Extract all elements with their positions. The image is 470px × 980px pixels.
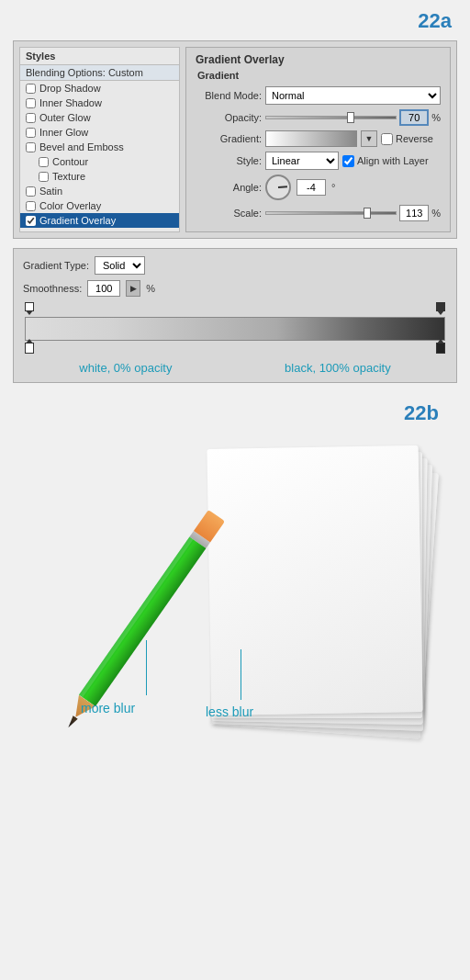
gradient-bar-preview[interactable] [265, 130, 357, 147]
gradient-settings: Gradient Overlay Gradient Blend Mode: No… [185, 47, 451, 232]
outer-glow-checkbox[interactable] [26, 113, 36, 123]
opacity-slider-wrap: % [265, 109, 441, 126]
style-item-inner-glow[interactable]: Inner Glow [20, 125, 179, 140]
ge-stop-top-right[interactable] [436, 302, 445, 315]
style-control: Linear Align with Layer [265, 152, 441, 170]
blend-mode-select[interactable]: Normal [265, 86, 441, 105]
drop-shadow-checkbox[interactable] [26, 84, 36, 94]
style-item-outer-glow[interactable]: Outer Glow [20, 110, 179, 125]
style-item-inner-shadow[interactable]: Inner Shadow [20, 96, 179, 110]
less-blur-label: less blur [206, 704, 253, 719]
scale-slider[interactable] [265, 211, 397, 215]
ge-label-left: white, 0% opacity [79, 361, 172, 375]
opacity-label: Opacity: [196, 112, 262, 123]
angle-label: Angle: [196, 182, 262, 193]
pencil-tip [65, 715, 79, 729]
gradient-row: Gradient: ▼ Reverse [196, 130, 441, 147]
gs-title: Gradient Overlay [196, 53, 441, 66]
section-label-22b: 22b [13, 392, 457, 429]
more-blur-label: more blur [81, 701, 135, 715]
angle-input[interactable] [297, 179, 326, 196]
ge-stop-top-left-marker [25, 302, 34, 311]
paper-page-main [207, 445, 422, 715]
style-item-texture[interactable]: Texture [20, 169, 179, 184]
angle-dial-line [278, 186, 287, 188]
ge-stops-bottom [23, 341, 447, 355]
style-item-satin[interactable]: Satin [20, 184, 179, 198]
ge-stop-bottom-right[interactable] [436, 343, 445, 354]
contour-checkbox[interactable] [39, 157, 49, 167]
angle-control: ° [265, 175, 441, 200]
scale-slider-thumb [364, 208, 371, 219]
ge-smoothness-unit: % [146, 283, 155, 294]
ge-type-select[interactable]: Solid [95, 256, 145, 275]
opacity-percent: % [431, 112, 441, 123]
style-item-drop-shadow[interactable]: Drop Shadow [20, 81, 179, 96]
angle-dial[interactable] [265, 175, 291, 200]
ge-stops-top [23, 302, 447, 317]
more-blur-line [146, 640, 147, 695]
satin-checkbox[interactable] [26, 186, 36, 197]
style-row: Style: Linear Align with Layer [196, 152, 441, 170]
blend-mode-control: Normal [265, 86, 441, 105]
reverse-label: Reverse [381, 133, 433, 145]
gradient-control: ▼ Reverse [265, 130, 441, 147]
less-blur-line [241, 649, 241, 700]
align-checkbox[interactable] [342, 155, 354, 167]
gradient-overlay-checkbox[interactable] [26, 216, 36, 226]
style-item-contour[interactable]: Contour [20, 154, 179, 169]
style-select[interactable]: Linear [265, 152, 339, 170]
scale-slider-wrap: % [265, 205, 441, 221]
paper-stack [209, 447, 430, 732]
bevel-emboss-checkbox[interactable] [26, 142, 36, 152]
section-22b: 22b more blur less blur [13, 392, 457, 787]
ge-stop-bottom-left[interactable] [25, 343, 34, 354]
ge-gradient-bar-main[interactable] [25, 317, 445, 341]
angle-degree: ° [331, 182, 335, 193]
ge-smoothness-arrow[interactable]: ▶ [126, 280, 140, 297]
inner-shadow-checkbox[interactable] [26, 98, 36, 108]
ge-smoothness-input[interactable] [87, 280, 120, 297]
scale-row: Scale: % [196, 205, 441, 221]
color-overlay-checkbox[interactable] [26, 201, 36, 211]
opacity-row: Opacity: % [196, 109, 441, 126]
style-item-color-overlay[interactable]: Color Overlay [20, 198, 179, 213]
styles-header: Styles [20, 48, 179, 65]
angle-row: Angle: ° [196, 175, 441, 200]
ge-smoothness-label: Smoothness: [23, 283, 82, 294]
styles-list: Styles Blending Options: Custom Drop Sha… [19, 47, 180, 232]
blend-mode-label: Blend Mode: [196, 90, 262, 101]
pencil-body [79, 536, 206, 706]
inner-glow-checkbox[interactable] [26, 128, 36, 138]
opacity-input[interactable] [399, 109, 429, 126]
scale-percent: % [431, 208, 441, 219]
blending-options[interactable]: Blending Options: Custom [20, 65, 179, 81]
ge-stop-top-left[interactable] [25, 302, 34, 315]
ge-smoothness-row: Smoothness: ▶ % [23, 280, 447, 297]
align-label: Align with Layer [342, 155, 429, 167]
style-item-bevel-emboss[interactable]: Bevel and Emboss [20, 140, 179, 154]
opacity-slider[interactable] [265, 116, 397, 119]
illustration: more blur less blur [13, 429, 457, 787]
blend-mode-row: Blend Mode: Normal [196, 86, 441, 105]
scale-input[interactable] [399, 205, 429, 221]
gradient-editor-panel: Gradient Type: Solid Smoothness: ▶ % [13, 248, 457, 383]
scale-label: Scale: [196, 208, 262, 219]
ge-gradient-labels: white, 0% opacity black, 100% opacity [23, 361, 447, 375]
gradient-editor-area [23, 302, 447, 357]
panel-22a: Styles Blending Options: Custom Drop Sha… [13, 40, 457, 239]
reverse-checkbox[interactable] [381, 133, 393, 145]
opacity-slider-thumb [347, 112, 354, 123]
ge-type-label: Gradient Type: [23, 260, 89, 271]
ge-type-row: Gradient Type: Solid [23, 256, 447, 275]
ge-label-right: black, 100% opacity [285, 361, 391, 375]
style-label: Style: [196, 155, 262, 166]
ge-stop-top-right-marker [436, 302, 445, 311]
gs-subtitle: Gradient [196, 70, 441, 81]
gradient-arrow-btn[interactable]: ▼ [361, 130, 377, 147]
gradient-label: Gradient: [196, 133, 262, 144]
style-item-gradient-overlay[interactable]: Gradient Overlay [20, 213, 179, 228]
texture-checkbox[interactable] [39, 172, 49, 182]
section-label-22a: 22a [0, 0, 470, 37]
